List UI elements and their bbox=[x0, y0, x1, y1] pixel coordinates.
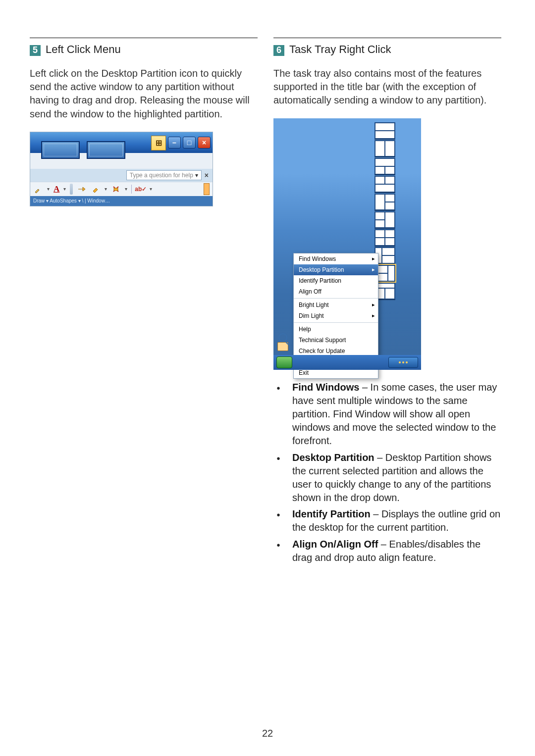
caret-icon[interactable]: ▾ bbox=[125, 186, 127, 192]
feature-list: •Find Windows – In some cases, the user … bbox=[273, 381, 501, 564]
section-number-badge: 6 bbox=[273, 45, 284, 56]
minimize-button[interactable]: – bbox=[168, 137, 181, 149]
brush-icon[interactable] bbox=[33, 184, 43, 194]
bullet-label: Identify Partition bbox=[292, 508, 371, 519]
tray-notification-area[interactable] bbox=[388, 357, 418, 368]
menu-item-desktop-partition[interactable]: Desktop Partition bbox=[294, 264, 378, 275]
layout-icon[interactable] bbox=[374, 211, 395, 228]
statusbar: Draw ▾ AutoShapes ▾ \ | Window… bbox=[30, 196, 213, 206]
menu-item-identify-partition[interactable]: Identify Partition bbox=[294, 275, 378, 286]
partition-previews[interactable] bbox=[37, 141, 125, 159]
formatting-toolbar: ▾ A ▾ ▾ ▾ ab✓ ▾ bbox=[30, 182, 213, 196]
menu-item-align-off[interactable]: Align Off bbox=[294, 286, 378, 297]
section-body: The task tray also contains most of the … bbox=[273, 67, 501, 107]
font-color-icon[interactable]: A bbox=[54, 184, 59, 194]
close-button[interactable]: × bbox=[198, 137, 211, 149]
caret-icon[interactable]: ▾ bbox=[63, 186, 66, 192]
cancel-highlight-icon[interactable] bbox=[111, 184, 121, 194]
toolbar-separator bbox=[70, 184, 73, 195]
menu-item-bright-light[interactable]: Bright Light bbox=[294, 300, 378, 310]
layout-icon[interactable] bbox=[374, 158, 395, 175]
svg-rect-0 bbox=[114, 188, 118, 191]
layout-icon[interactable] bbox=[374, 140, 395, 157]
screenshot-left-click-menu: ⊞ – □ × Type a question for help ▾ × bbox=[30, 132, 213, 206]
highlight-arrow-icon[interactable] bbox=[77, 184, 87, 194]
layout-icon[interactable] bbox=[374, 176, 395, 193]
section-body: Left click on the Desktop Partition icon… bbox=[30, 67, 258, 121]
desktop-partition-icon[interactable]: ⊞ bbox=[151, 136, 166, 151]
toolbar-overflow-icon[interactable] bbox=[204, 183, 210, 195]
section-heading-right: 6 Task Tray Right Click bbox=[273, 43, 501, 56]
layout-icon[interactable] bbox=[374, 122, 395, 139]
bullet-label: Desktop Partition bbox=[292, 452, 374, 463]
layout-icon[interactable] bbox=[374, 229, 395, 246]
search-icon[interactable] bbox=[278, 333, 287, 342]
maximize-button[interactable]: □ bbox=[183, 137, 196, 149]
taskbar bbox=[273, 355, 421, 370]
menu-item-dim-light[interactable]: Dim Light bbox=[294, 310, 378, 321]
caret-icon[interactable]: ▾ bbox=[47, 186, 50, 192]
spellcheck-icon[interactable]: ab✓ bbox=[136, 184, 146, 194]
help-menubar: Type a question for help ▾ × bbox=[30, 169, 213, 182]
dropdown-arrow-icon[interactable]: ▾ bbox=[195, 172, 198, 179]
close-help-icon[interactable]: × bbox=[205, 171, 209, 179]
page-number: 22 bbox=[0, 728, 535, 739]
menu-item-find-windows[interactable]: Find Windows bbox=[294, 253, 378, 264]
section-title: Task Tray Right Click bbox=[289, 43, 391, 56]
section-number-badge: 5 bbox=[30, 45, 41, 56]
highlight-icon[interactable] bbox=[91, 184, 101, 194]
menu-item-help[interactable]: Help bbox=[294, 324, 378, 335]
help-placeholder: Type a question for help bbox=[130, 172, 193, 179]
start-button[interactable] bbox=[276, 356, 292, 368]
help-search-box[interactable]: Type a question for help ▾ bbox=[126, 170, 202, 180]
bullet-label: Find Windows bbox=[292, 382, 359, 393]
layout-icon[interactable] bbox=[374, 194, 395, 210]
screenshot-task-tray-menu: Find Windows Desktop Partition Identify … bbox=[273, 118, 421, 370]
menu-item-technical-support[interactable]: Technical Support bbox=[294, 335, 378, 346]
caret-icon[interactable]: ▾ bbox=[105, 186, 107, 192]
section-title: Left Click Menu bbox=[46, 43, 121, 56]
bullet-label: Align On/Align Off bbox=[292, 539, 378, 550]
caret-icon[interactable]: ▾ bbox=[150, 186, 152, 192]
section-heading-left: 5 Left Click Menu bbox=[30, 43, 258, 56]
